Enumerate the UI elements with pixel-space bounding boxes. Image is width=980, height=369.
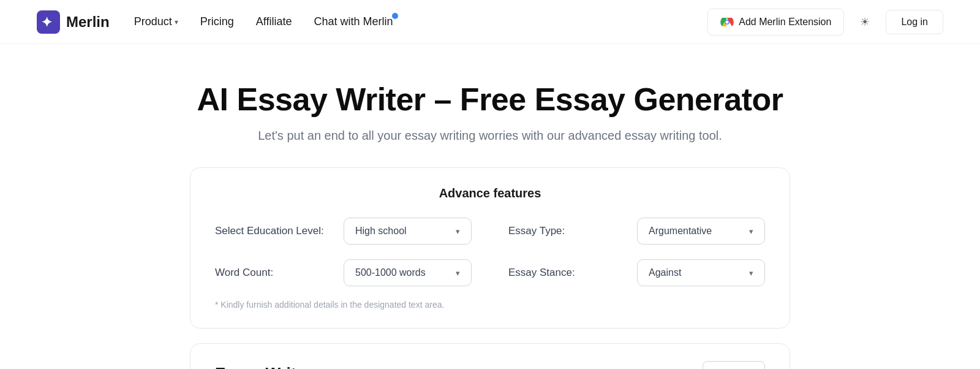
sun-icon: ☀ [860,15,870,29]
essay-login-button[interactable]: Log in [703,361,765,369]
essay-writer-title: Essay Writer [215,364,311,370]
education-chevron-icon: ▾ [456,227,460,236]
essay-type-select[interactable]: Argumentative ▾ [637,218,765,245]
essay-type-row: Essay Type: Argumentative ▾ [508,218,765,245]
nav-product-label: Product [134,15,172,28]
nav-chat[interactable]: Chat with Merlin [314,15,393,28]
word-count-value: 500-1000 words [355,267,426,278]
essay-type-chevron-icon: ▾ [749,227,753,236]
page-subtitle: Let's put an end to all your essay writi… [258,129,722,143]
features-card-title: Advance features [215,186,765,200]
features-note: * Kindly furnish additional details in t… [215,300,765,310]
nav-chat-label: Chat with Merlin [314,15,393,28]
nav-affiliate-label: Affiliate [256,15,292,28]
nav-pricing[interactable]: Pricing [200,15,234,28]
svg-point-5 [726,20,729,23]
essay-type-value: Argumentative [649,226,712,237]
essay-writer-card: Essay Writer Log in [190,343,790,369]
chat-notification-dot [392,13,398,19]
svg-text:✦: ✦ [41,15,52,30]
nav-pricing-label: Pricing [200,15,234,28]
features-card: Advance features Select Education Level:… [190,167,790,329]
word-count-row: Word Count: 500-1000 words ▾ [215,259,472,286]
essay-stance-label: Essay Stance: [508,267,625,279]
logo[interactable]: ✦ Merlin [37,10,110,34]
word-count-label: Word Count: [215,267,331,279]
theme-toggle-button[interactable]: ☀ [854,11,876,33]
essay-stance-chevron-icon: ▾ [749,268,753,278]
nav-affiliate[interactable]: Affiliate [256,15,292,28]
essay-stance-select[interactable]: Against ▾ [637,259,765,286]
logo-text: Merlin [66,13,110,31]
header-login-button[interactable]: Log in [886,10,943,34]
nav-product[interactable]: Product ▾ [134,15,178,28]
chevron-down-icon: ▾ [175,18,178,26]
word-count-select[interactable]: 500-1000 words ▾ [344,259,472,286]
education-level-label: Select Education Level: [215,225,331,237]
chrome-ext-btn-label: Add Merlin Extension [739,17,831,28]
header-login-label: Log in [901,17,928,27]
education-level-value: High school [355,226,407,237]
essay-stance-value: Against [649,267,681,278]
page-title: AI Essay Writer – Free Essay Generator [197,81,783,118]
add-chrome-extension-button[interactable]: Add Merlin Extension [707,9,844,36]
education-level-row: Select Education Level: High school ▾ [215,218,472,245]
essay-type-label: Essay Type: [508,225,625,237]
chrome-icon [720,15,734,29]
essay-stance-row: Essay Stance: Against ▾ [508,259,765,286]
education-level-select[interactable]: High school ▾ [344,218,472,245]
merlin-logo-icon: ✦ [37,10,60,34]
word-count-chevron-icon: ▾ [456,268,460,278]
